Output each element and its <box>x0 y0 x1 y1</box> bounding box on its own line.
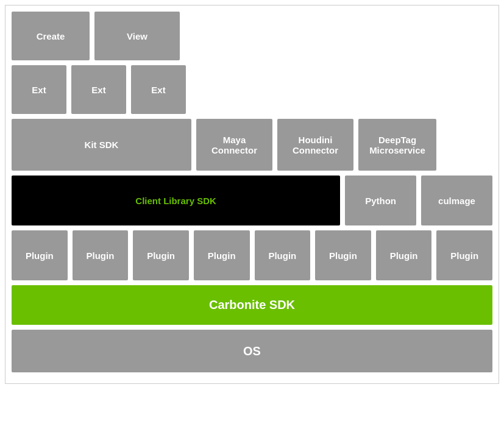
houdini-connector-box: Houdini Connector <box>277 119 353 171</box>
row-2: Ext Ext Ext <box>12 65 492 114</box>
row-7: OS <box>12 330 492 372</box>
culmage-box: culmage <box>421 176 492 225</box>
row-3: Kit SDK Maya Connector Houdini Connector… <box>12 119 492 171</box>
carbonite-sdk-box: Carbonite SDK <box>12 285 492 325</box>
row-1: Create View <box>12 12 492 60</box>
ext-box-2: Ext <box>71 65 126 114</box>
kit-sdk-box: Kit SDK <box>12 119 191 171</box>
maya-connector-box: Maya Connector <box>196 119 272 171</box>
python-box: Python <box>345 176 416 225</box>
plugin-box-8: Plugin <box>436 230 492 280</box>
plugin-box-2: Plugin <box>73 230 129 280</box>
create-box: Create <box>12 12 90 60</box>
plugin-box-6: Plugin <box>315 230 371 280</box>
plugin-box-3: Plugin <box>133 230 189 280</box>
ext-box-3: Ext <box>131 65 186 114</box>
architecture-diagram: Create View Ext Ext Ext Kit SDK Maya Con… <box>5 5 499 384</box>
row-4: Client Library SDK Python culmage <box>12 176 492 225</box>
deeptag-microservice-box: DeepTag Microservice <box>358 119 436 171</box>
plugin-box-1: Plugin <box>12 230 68 280</box>
row-6: Carbonite SDK <box>12 285 492 325</box>
row-5-plugins: Plugin Plugin Plugin Plugin Plugin Plugi… <box>12 230 492 280</box>
plugin-box-7: Plugin <box>376 230 432 280</box>
ext-box-1: Ext <box>12 65 66 114</box>
view-box: View <box>94 12 180 60</box>
plugin-box-4: Plugin <box>194 230 250 280</box>
plugin-box-5: Plugin <box>255 230 311 280</box>
client-library-sdk-box: Client Library SDK <box>12 176 340 225</box>
os-box: OS <box>12 330 492 372</box>
